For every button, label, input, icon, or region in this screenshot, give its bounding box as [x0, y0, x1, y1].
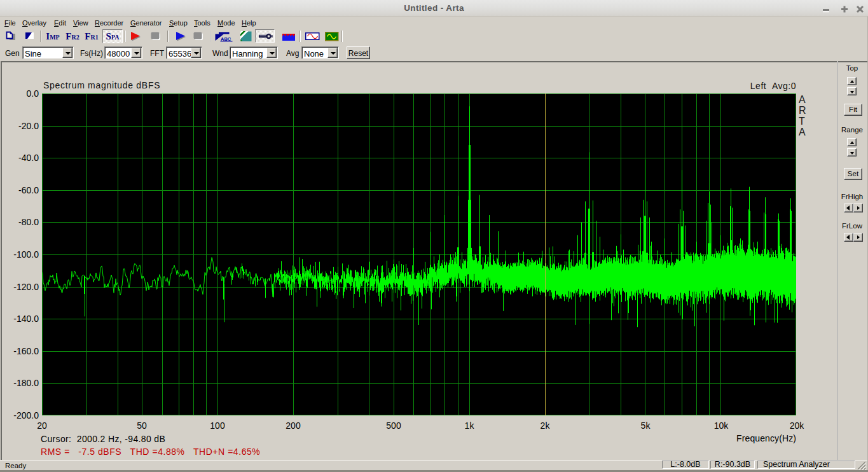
- svg-text:ABC: ABC: [221, 36, 231, 42]
